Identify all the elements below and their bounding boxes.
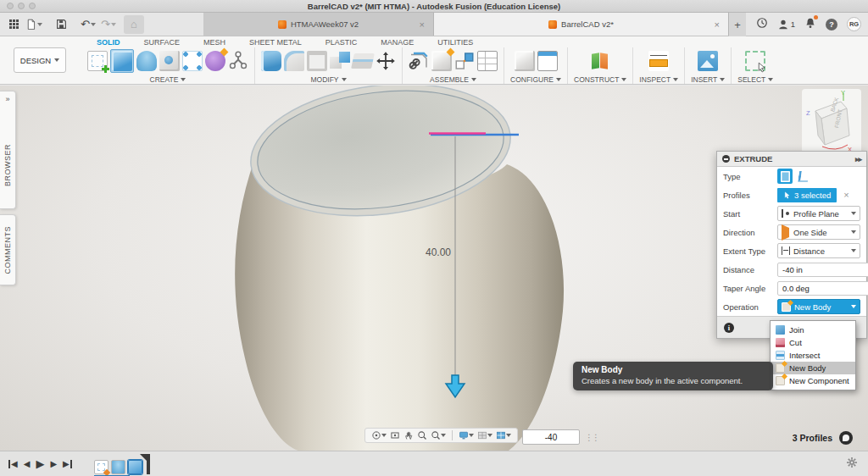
timeline-step-forward-button[interactable]: ▶	[50, 460, 57, 468]
tab-solid[interactable]: SOLID	[85, 37, 132, 47]
tab-manage[interactable]: MANAGE	[369, 37, 426, 47]
group-label-construct[interactable]: CONSTRUCT	[574, 75, 626, 84]
job-status-button[interactable]: 1	[777, 19, 795, 30]
distance-value-input[interactable]	[522, 429, 580, 445]
hole-icon[interactable]	[159, 51, 180, 71]
file-menu-button[interactable]	[24, 15, 44, 34]
dialog-header[interactable]: EXTRUDE ▸▸	[717, 152, 866, 167]
orbit-icon[interactable]	[371, 430, 387, 440]
revolve-icon[interactable]	[136, 51, 157, 71]
bom-icon[interactable]	[477, 51, 498, 71]
app-grid-icon[interactable]	[3, 15, 24, 34]
extension-clock-icon[interactable]	[756, 17, 768, 32]
tab-mesh[interactable]: MESH	[192, 37, 237, 47]
dialog-dock-icon[interactable]: ▸▸	[855, 155, 861, 163]
save-button[interactable]	[51, 15, 71, 34]
configure-icon[interactable]	[515, 51, 535, 71]
operation-select[interactable]: New Body	[777, 299, 860, 314]
close-icon[interactable]: ×	[420, 19, 425, 30]
feedback-badge-icon[interactable]	[839, 431, 853, 445]
window-minimize-button[interactable]	[18, 3, 25, 9]
comments-panel-collapsed[interactable]: COMMENTS	[0, 214, 16, 285]
timeline-play-button[interactable]: ▶	[36, 458, 44, 469]
press-pull-icon[interactable]	[261, 51, 281, 71]
split-body-icon[interactable]	[351, 53, 375, 69]
group-label-select[interactable]: SELECT	[737, 75, 773, 84]
group-label-inspect[interactable]: INSPECT	[639, 75, 678, 84]
derive-icon[interactable]	[228, 51, 248, 71]
pattern-icon[interactable]	[182, 51, 203, 71]
group-label-assemble[interactable]: ASSEMBLE	[430, 75, 476, 84]
move-copy-icon[interactable]	[376, 51, 396, 71]
view-cube[interactable]: BACK FRONT Y Z X	[802, 89, 861, 153]
taper-angle-input[interactable]	[777, 281, 868, 296]
menu-item-intersect[interactable]: Intersect	[771, 349, 855, 362]
undo-button[interactable]: ↶	[78, 15, 98, 34]
menu-item-cut[interactable]: Cut	[771, 336, 855, 349]
type-solid-button[interactable]	[777, 169, 793, 184]
timeline-step-back-button[interactable]: ◀	[24, 460, 31, 468]
fillet-icon[interactable]	[284, 51, 304, 71]
zoom-window-icon[interactable]	[431, 430, 446, 440]
distance-input[interactable]	[777, 263, 868, 277]
timeline-sketch-item[interactable]	[94, 460, 108, 474]
display-settings-icon[interactable]	[459, 430, 474, 440]
configuration-table-icon[interactable]	[537, 51, 558, 71]
start-select[interactable]: Profile Plane	[777, 206, 860, 221]
direction-select[interactable]: One Side	[777, 224, 860, 240]
extent-type-select[interactable]: Distance	[777, 243, 860, 258]
pan-icon[interactable]	[403, 430, 414, 440]
group-label-configure[interactable]: CONFIGURE	[510, 75, 561, 84]
window-close-button[interactable]	[7, 3, 14, 9]
insert-image-icon[interactable]	[698, 51, 718, 71]
menu-item-join[interactable]: Join	[771, 324, 855, 336]
timeline-position-marker[interactable]	[147, 454, 150, 474]
window-zoom-button[interactable]	[29, 3, 36, 9]
group-label-create[interactable]: CREATE	[150, 75, 186, 84]
group-label-modify[interactable]: MODIFY	[310, 75, 346, 84]
timeline-end-button[interactable]: ▶	[63, 460, 72, 468]
timeline-begin-button[interactable]: ◀	[8, 460, 18, 468]
expand-panel-icon[interactable]: »	[5, 95, 9, 103]
redo-button[interactable]: ↷	[98, 15, 119, 34]
timeline-revolve-item[interactable]	[111, 460, 125, 474]
menu-item-new-body[interactable]: New Body	[771, 362, 855, 374]
profiles-selected-pill[interactable]: 3 selected	[777, 188, 837, 202]
browser-panel-collapsed[interactable]: » BROWSER	[0, 91, 16, 209]
tab-surface[interactable]: SURFACE	[132, 37, 192, 47]
info-icon[interactable]: i	[724, 323, 734, 333]
measure-icon[interactable]	[648, 51, 669, 71]
avatar[interactable]: RG	[847, 17, 861, 31]
tab-utilities[interactable]: UTILITIES	[426, 37, 485, 47]
barrel-body[interactable]	[235, 86, 564, 451]
drag-handle-icon[interactable]: ⋮⋮	[585, 433, 598, 442]
look-at-icon[interactable]	[390, 430, 400, 440]
dialog-collapse-icon[interactable]	[722, 155, 730, 163]
tab-sheet-metal[interactable]: SHEET METAL	[237, 37, 314, 47]
construct-plane-icon[interactable]	[590, 51, 610, 71]
new-tab-button[interactable]: +	[729, 13, 746, 36]
joint-icon[interactable]	[454, 51, 475, 71]
timeline-settings-gear-icon[interactable]	[846, 457, 858, 472]
tab-plastic[interactable]: PLASTIC	[314, 37, 370, 47]
type-thin-button[interactable]	[796, 169, 811, 184]
notifications-bell-icon[interactable]	[804, 17, 816, 32]
zoom-icon[interactable]	[417, 430, 427, 440]
new-component-icon[interactable]	[431, 51, 452, 71]
combine-icon[interactable]	[330, 51, 350, 71]
document-tab-active[interactable]: BarrelCAD v2* ×	[434, 13, 729, 36]
workspace-switcher[interactable]: DESIGN	[14, 47, 66, 73]
grid-layout-icon[interactable]	[477, 430, 492, 440]
help-icon[interactable]: ?	[826, 19, 837, 30]
create-form-icon[interactable]	[205, 51, 225, 71]
group-label-insert[interactable]: INSERT	[691, 75, 725, 84]
shell-icon[interactable]	[307, 51, 327, 71]
extrude-tool-selected[interactable]	[110, 49, 134, 73]
document-tab-inactive[interactable]: HTMAAWeek07 v2 ×	[203, 13, 434, 36]
close-icon[interactable]: ×	[715, 19, 720, 30]
insert-derive-icon[interactable]	[409, 51, 429, 71]
timeline-extrude-item[interactable]	[128, 460, 142, 474]
extrude-icon[interactable]	[112, 51, 132, 71]
menu-item-new-component[interactable]: New Component	[771, 374, 855, 387]
home-button[interactable]: ⌂	[124, 15, 144, 34]
